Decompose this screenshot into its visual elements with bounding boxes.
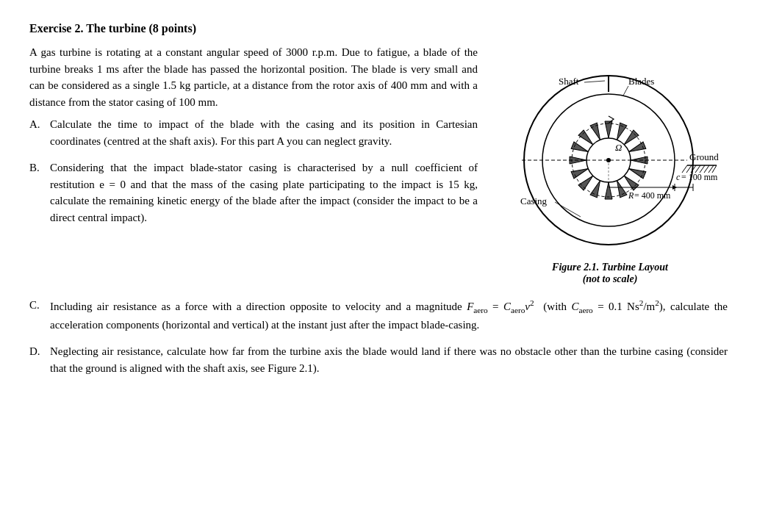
svg-line-44 xyxy=(623,86,628,96)
svg-marker-19 xyxy=(622,173,639,190)
svg-line-42 xyxy=(584,81,605,82)
svg-marker-20 xyxy=(614,179,627,198)
svg-marker-15 xyxy=(622,130,639,147)
turbine-diagram: Ω R = 400 mm c = 100 mm Shaft xyxy=(500,51,720,257)
svg-line-47 xyxy=(555,202,581,217)
svg-text:Shaft: Shaft xyxy=(559,76,579,87)
intro-paragraph: A gas turbine is rotating at a constant … xyxy=(29,44,478,110)
svg-text:Blades: Blades xyxy=(628,76,654,87)
figure-caption-line2: (not to scale) xyxy=(552,273,668,285)
part-d-label: D. xyxy=(29,343,44,376)
svg-text:Ω: Ω xyxy=(615,142,622,153)
svg-marker-27 xyxy=(578,130,595,147)
part-d-text: Neglecting air resistance, calculate how… xyxy=(50,343,728,376)
part-a: A. Calculate the time to impact of the b… xyxy=(29,116,478,149)
part-b-text: Considering that the impact blade-stator… xyxy=(50,159,478,226)
part-c-label: C. xyxy=(29,297,44,333)
top-section: A gas turbine is rotating at a constant … xyxy=(29,44,728,285)
svg-marker-14 xyxy=(614,123,627,141)
figure-caption-line1: Figure 2.1. Turbine Layout xyxy=(552,262,668,273)
figure-caption: Figure 2.1. Turbine Layout (not to scale… xyxy=(552,262,668,285)
svg-text:c: c xyxy=(676,172,681,182)
exercise-title: Exercise 2. The turbine (8 points) xyxy=(29,22,728,35)
svg-marker-26 xyxy=(571,142,589,155)
left-text: A gas turbine is rotating at a constant … xyxy=(29,44,478,285)
part-d: D. Neglecting air resistance, calculate … xyxy=(29,343,728,376)
svg-text:= 400 mm: = 400 mm xyxy=(634,190,671,201)
part-c-text: Including air resistance as a force with… xyxy=(50,297,728,333)
part-a-text: Calculate the time to impact of the blad… xyxy=(50,116,478,149)
svg-text:Ground: Ground xyxy=(689,151,719,162)
svg-marker-23 xyxy=(578,173,595,190)
part-c: C. Including air resistance as a force w… xyxy=(29,297,728,333)
part-b: B. Considering that the impact blade-sta… xyxy=(29,159,478,226)
page-content: Exercise 2. The turbine (8 points) A gas… xyxy=(29,22,728,376)
svg-text:Casing: Casing xyxy=(520,195,548,206)
svg-text:= 100 mm: = 100 mm xyxy=(681,172,718,182)
part-a-label: A. xyxy=(29,116,44,149)
part-b-label: B. xyxy=(29,159,44,226)
svg-text:R: R xyxy=(628,190,634,201)
turbine-figure: Ω R = 400 mm c = 100 mm Shaft xyxy=(492,44,728,285)
